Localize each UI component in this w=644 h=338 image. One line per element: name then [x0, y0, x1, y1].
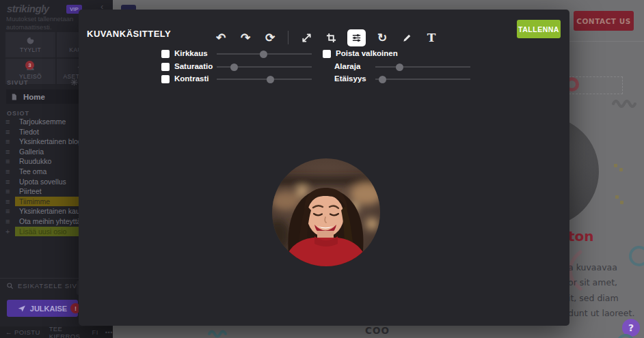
- drag-handle-icon[interactable]: ≡: [5, 177, 10, 187]
- teal-squiggle-decoration: [207, 328, 232, 338]
- tour-button[interactable]: TEE KIERROS: [49, 325, 83, 338]
- slider-handle[interactable]: [267, 76, 274, 83]
- slider-handle[interactable]: [260, 51, 267, 58]
- tile-styles[interactable]: TYYLIT: [5, 32, 55, 57]
- section-label: Tee oma: [19, 167, 46, 177]
- paragraph-line: or sit amet,: [568, 275, 644, 290]
- saturation-slider[interactable]: [217, 66, 312, 68]
- palette-icon: [26, 36, 35, 45]
- lower-limit-label: Alaraja: [334, 62, 360, 70]
- exit-button[interactable]: POISTU: [14, 328, 40, 336]
- section-label: Galleria: [19, 147, 44, 157]
- section-label: Yksinkertainen blogi: [19, 137, 83, 147]
- site-logo-fragment: [121, 5, 136, 10]
- remove-white-checkbox[interactable]: [323, 50, 331, 58]
- draw-pencil-icon[interactable]: [399, 29, 415, 46]
- section-heading-fragment: ton: [568, 228, 594, 244]
- publish-label: JULKAISE: [30, 305, 67, 313]
- drag-handle-icon[interactable]: ≡: [5, 216, 10, 227]
- toolbar-divider: [288, 31, 289, 44]
- section-label: Upota sovellus: [19, 177, 66, 187]
- brightness-label: Kirkkaus: [174, 49, 208, 57]
- drag-handle-icon[interactable]: ≡: [5, 167, 10, 177]
- paragraph-fragment: a kuvaavaa or sit amet, it, sed diam dun…: [568, 260, 644, 321]
- section-label: Tarjouksemme: [19, 117, 66, 127]
- strikingly-editor: CONTACT US ton a kuvaavaa or sit amet, i…: [0, 0, 644, 338]
- rotate-icon[interactable]: ↻: [374, 29, 390, 46]
- drag-handle-icon[interactable]: ≡: [5, 137, 10, 147]
- audience-count-badge: 3: [25, 61, 34, 70]
- drag-handle-icon[interactable]: ≡: [5, 117, 10, 127]
- strikingly-logo: strikingly: [7, 3, 49, 14]
- contact-us-button[interactable]: CONTACT US: [574, 11, 634, 31]
- brightness-slider[interactable]: [217, 53, 312, 55]
- drag-handle-icon[interactable]: ≡: [5, 127, 10, 137]
- saturation-label: Saturaatio: [174, 62, 213, 70]
- contrast-checkbox[interactable]: [161, 75, 170, 83]
- contrast-label: Kontrasti: [174, 74, 209, 83]
- footer-heading-fragment: COO: [365, 325, 390, 336]
- more-options-icon[interactable]: •••: [105, 328, 113, 336]
- language-button[interactable]: FI: [92, 328, 98, 336]
- section-label: Piirteet: [19, 186, 42, 197]
- distance-slider[interactable]: [375, 79, 470, 80]
- squiggle-decoration: [611, 96, 637, 109]
- crop-icon[interactable]: [323, 29, 339, 46]
- saturation-checkbox[interactable]: [161, 63, 170, 71]
- contrast-slider[interactable]: [217, 79, 312, 80]
- drag-handle-icon[interactable]: ≡: [5, 186, 10, 197]
- drag-handle-icon[interactable]: ≡: [5, 156, 10, 167]
- search-icon: [6, 282, 14, 290]
- resize-icon[interactable]: [298, 29, 314, 46]
- modal-title: KUVANKÄSITTELY: [87, 29, 171, 39]
- tile-label: TYYLIT: [20, 46, 41, 53]
- section-label: Ruudukko: [19, 156, 51, 167]
- slider-handle[interactable]: [230, 64, 238, 71]
- remove-white-label: Poista valkoinen: [336, 49, 398, 57]
- lower-limit-slider[interactable]: [375, 66, 470, 68]
- paper-plane-icon: [18, 305, 26, 313]
- pages-settings-gear-icon[interactable]: [70, 79, 78, 86]
- undo-icon[interactable]: ↶: [213, 29, 229, 46]
- distance-label: Etäisyys: [334, 74, 366, 83]
- drag-handle-icon[interactable]: ≡: [5, 147, 10, 157]
- image-editor-modal: KUVANKÄSITTELY ↶ ↷ ⟳ ↻ T TALLENNA Kirkka: [79, 10, 569, 326]
- home-label: Home: [23, 93, 45, 101]
- section-label: Tiedot: [19, 127, 39, 137]
- paragraph-line: it, sed diam: [568, 291, 644, 306]
- slider-handle[interactable]: [396, 64, 403, 71]
- yellow-dots-decoration: [614, 164, 623, 205]
- image-preview[interactable]: [272, 158, 380, 266]
- teal-ring-decoration: [629, 246, 644, 266]
- back-arrow-icon[interactable]: ←: [5, 328, 12, 336]
- save-button[interactable]: TALLENNA: [517, 20, 561, 38]
- drag-handle-icon[interactable]: ≡: [5, 197, 10, 207]
- drag-handle-icon[interactable]: ≡: [5, 206, 10, 216]
- adjust-sliders-icon[interactable]: [347, 29, 366, 46]
- sections-heading: OSIOT: [7, 110, 29, 117]
- plus-icon: +: [5, 227, 10, 237]
- editor-bottom-bar: ← POISTU TEE KIERROS FI •••: [0, 326, 113, 338]
- text-tool-icon[interactable]: T: [423, 29, 440, 46]
- redo-icon[interactable]: ↷: [237, 29, 254, 46]
- brightness-checkbox[interactable]: [161, 50, 170, 58]
- page-icon: [10, 93, 18, 101]
- portrait-photo: [272, 158, 380, 266]
- slider-handle[interactable]: [379, 76, 386, 83]
- image-editor-toolbar: ↶ ↷ ⟳ ↻ T: [213, 27, 440, 48]
- publish-button[interactable]: JULKAISE: [7, 300, 78, 317]
- reset-icon[interactable]: ⟳: [262, 29, 278, 46]
- pages-heading: SIVUT: [7, 79, 29, 86]
- section-label: Ota meihin yhteyttä: [19, 216, 81, 227]
